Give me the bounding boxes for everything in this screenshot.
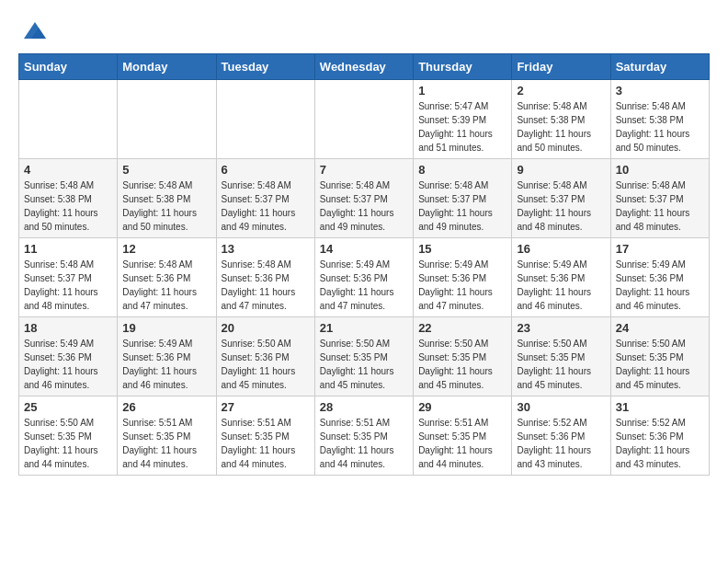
page-header [18, 18, 710, 44]
day-info: Sunrise: 5:50 AM Sunset: 5:35 PM Dayligh… [616, 337, 704, 392]
calendar-week-row: 25Sunrise: 5:50 AM Sunset: 5:35 PM Dayli… [19, 396, 710, 476]
day-info: Sunrise: 5:49 AM Sunset: 5:36 PM Dayligh… [320, 258, 408, 313]
day-number: 19 [122, 321, 210, 335]
weekday-header: Friday [512, 54, 610, 80]
day-info: Sunrise: 5:49 AM Sunset: 5:36 PM Dayligh… [616, 258, 704, 313]
calendar-cell: 14Sunrise: 5:49 AM Sunset: 5:36 PM Dayli… [314, 238, 413, 317]
calendar-cell: 20Sunrise: 5:50 AM Sunset: 5:36 PM Dayli… [216, 317, 314, 396]
calendar-cell: 21Sunrise: 5:50 AM Sunset: 5:35 PM Dayli… [314, 317, 413, 396]
day-number: 24 [616, 321, 704, 335]
calendar-cell: 25Sunrise: 5:50 AM Sunset: 5:35 PM Dayli… [19, 396, 118, 476]
day-number: 2 [517, 84, 605, 98]
logo-icon [22, 18, 48, 44]
day-number: 23 [517, 321, 605, 335]
day-number: 12 [122, 242, 210, 256]
day-number: 3 [616, 84, 704, 98]
calendar-cell [118, 80, 216, 159]
calendar-cell: 4Sunrise: 5:48 AM Sunset: 5:38 PM Daylig… [19, 159, 118, 238]
calendar-cell: 17Sunrise: 5:49 AM Sunset: 5:36 PM Dayli… [610, 238, 709, 317]
day-number: 18 [24, 321, 112, 335]
day-number: 27 [222, 400, 310, 414]
calendar-cell: 26Sunrise: 5:51 AM Sunset: 5:35 PM Dayli… [118, 396, 216, 476]
day-number: 20 [222, 321, 310, 335]
day-info: Sunrise: 5:51 AM Sunset: 5:35 PM Dayligh… [320, 416, 408, 471]
day-info: Sunrise: 5:49 AM Sunset: 5:36 PM Dayligh… [517, 258, 605, 313]
day-number: 16 [517, 242, 605, 256]
day-number: 11 [24, 242, 112, 256]
day-number: 17 [616, 242, 704, 256]
day-number: 10 [616, 163, 704, 177]
calendar-cell: 5Sunrise: 5:48 AM Sunset: 5:38 PM Daylig… [118, 159, 216, 238]
day-number: 15 [418, 242, 506, 256]
day-info: Sunrise: 5:52 AM Sunset: 5:36 PM Dayligh… [616, 416, 704, 471]
day-info: Sunrise: 5:52 AM Sunset: 5:36 PM Dayligh… [517, 416, 605, 471]
calendar-week-row: 4Sunrise: 5:48 AM Sunset: 5:38 PM Daylig… [19, 159, 710, 238]
calendar-week-row: 18Sunrise: 5:49 AM Sunset: 5:36 PM Dayli… [19, 317, 710, 396]
calendar-cell [216, 80, 314, 159]
day-info: Sunrise: 5:49 AM Sunset: 5:36 PM Dayligh… [122, 337, 210, 392]
weekday-header: Wednesday [314, 54, 413, 80]
calendar-cell: 19Sunrise: 5:49 AM Sunset: 5:36 PM Dayli… [118, 317, 216, 396]
weekday-row: SundayMondayTuesdayWednesdayThursdayFrid… [19, 54, 710, 80]
calendar-cell: 22Sunrise: 5:50 AM Sunset: 5:35 PM Dayli… [414, 317, 512, 396]
day-number: 28 [320, 400, 408, 414]
calendar-cell: 11Sunrise: 5:48 AM Sunset: 5:37 PM Dayli… [19, 238, 118, 317]
calendar-cell: 30Sunrise: 5:52 AM Sunset: 5:36 PM Dayli… [512, 396, 610, 476]
calendar-cell [19, 80, 118, 159]
day-info: Sunrise: 5:48 AM Sunset: 5:37 PM Dayligh… [418, 178, 506, 234]
calendar-week-row: 1Sunrise: 5:47 AM Sunset: 5:39 PM Daylig… [19, 80, 710, 159]
calendar-cell: 9Sunrise: 5:48 AM Sunset: 5:37 PM Daylig… [512, 159, 610, 238]
day-info: Sunrise: 5:48 AM Sunset: 5:38 PM Dayligh… [517, 99, 605, 155]
day-number: 1 [418, 84, 506, 98]
day-info: Sunrise: 5:50 AM Sunset: 5:35 PM Dayligh… [320, 337, 408, 392]
weekday-header: Monday [118, 54, 216, 80]
calendar-cell [314, 80, 413, 159]
calendar-cell: 18Sunrise: 5:49 AM Sunset: 5:36 PM Dayli… [19, 317, 118, 396]
day-info: Sunrise: 5:48 AM Sunset: 5:36 PM Dayligh… [122, 258, 210, 313]
day-info: Sunrise: 5:48 AM Sunset: 5:38 PM Dayligh… [616, 99, 704, 155]
day-info: Sunrise: 5:50 AM Sunset: 5:36 PM Dayligh… [222, 337, 310, 392]
day-info: Sunrise: 5:48 AM Sunset: 5:37 PM Dayligh… [320, 178, 408, 234]
logo [18, 18, 48, 44]
weekday-header: Tuesday [216, 54, 314, 80]
day-info: Sunrise: 5:50 AM Sunset: 5:35 PM Dayligh… [24, 416, 112, 471]
day-number: 8 [418, 163, 506, 177]
calendar-cell: 29Sunrise: 5:51 AM Sunset: 5:35 PM Dayli… [414, 396, 512, 476]
day-number: 29 [418, 400, 506, 414]
day-number: 5 [122, 163, 210, 177]
weekday-header: Thursday [414, 54, 512, 80]
day-number: 7 [320, 163, 408, 177]
day-info: Sunrise: 5:49 AM Sunset: 5:36 PM Dayligh… [24, 337, 112, 392]
calendar-cell: 16Sunrise: 5:49 AM Sunset: 5:36 PM Dayli… [512, 238, 610, 317]
day-info: Sunrise: 5:51 AM Sunset: 5:35 PM Dayligh… [122, 416, 210, 471]
calendar-cell: 31Sunrise: 5:52 AM Sunset: 5:36 PM Dayli… [610, 396, 709, 476]
day-number: 4 [24, 163, 112, 177]
calendar-cell: 1Sunrise: 5:47 AM Sunset: 5:39 PM Daylig… [414, 80, 512, 159]
day-info: Sunrise: 5:48 AM Sunset: 5:38 PM Dayligh… [24, 178, 112, 234]
calendar-cell: 6Sunrise: 5:48 AM Sunset: 5:37 PM Daylig… [216, 159, 314, 238]
calendar-cell: 23Sunrise: 5:50 AM Sunset: 5:35 PM Dayli… [512, 317, 610, 396]
calendar-cell: 10Sunrise: 5:48 AM Sunset: 5:37 PM Dayli… [610, 159, 709, 238]
day-info: Sunrise: 5:48 AM Sunset: 5:37 PM Dayligh… [616, 178, 704, 234]
day-number: 30 [517, 400, 605, 414]
day-number: 14 [320, 242, 408, 256]
day-number: 9 [517, 163, 605, 177]
calendar-cell: 8Sunrise: 5:48 AM Sunset: 5:37 PM Daylig… [414, 159, 512, 238]
day-info: Sunrise: 5:49 AM Sunset: 5:36 PM Dayligh… [418, 258, 506, 313]
day-info: Sunrise: 5:48 AM Sunset: 5:37 PM Dayligh… [24, 258, 112, 313]
calendar-cell: 7Sunrise: 5:48 AM Sunset: 5:37 PM Daylig… [314, 159, 413, 238]
calendar-body: 1Sunrise: 5:47 AM Sunset: 5:39 PM Daylig… [19, 80, 710, 476]
calendar-cell: 24Sunrise: 5:50 AM Sunset: 5:35 PM Dayli… [610, 317, 709, 396]
weekday-header: Saturday [610, 54, 709, 80]
day-info: Sunrise: 5:48 AM Sunset: 5:36 PM Dayligh… [222, 258, 310, 313]
day-number: 25 [24, 400, 112, 414]
calendar-cell: 27Sunrise: 5:51 AM Sunset: 5:35 PM Dayli… [216, 396, 314, 476]
day-number: 13 [222, 242, 310, 256]
day-info: Sunrise: 5:50 AM Sunset: 5:35 PM Dayligh… [418, 337, 506, 392]
calendar-cell: 2Sunrise: 5:48 AM Sunset: 5:38 PM Daylig… [512, 80, 610, 159]
day-info: Sunrise: 5:51 AM Sunset: 5:35 PM Dayligh… [418, 416, 506, 471]
day-number: 26 [122, 400, 210, 414]
day-info: Sunrise: 5:48 AM Sunset: 5:37 PM Dayligh… [517, 178, 605, 234]
calendar-cell: 12Sunrise: 5:48 AM Sunset: 5:36 PM Dayli… [118, 238, 216, 317]
day-info: Sunrise: 5:47 AM Sunset: 5:39 PM Dayligh… [418, 99, 506, 155]
